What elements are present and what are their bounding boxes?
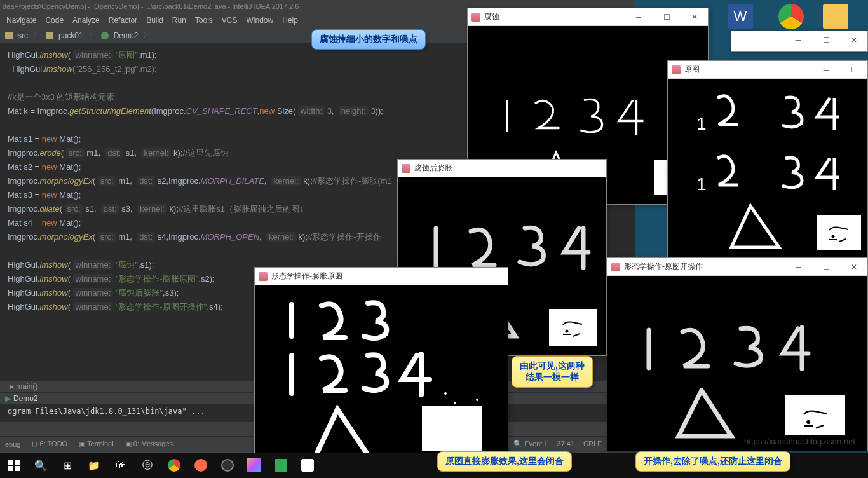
intellij-icon[interactable] — [245, 456, 263, 474]
menu-window[interactable]: Window — [243, 15, 278, 26]
start-icon[interactable] — [5, 456, 23, 474]
java-icon — [259, 272, 268, 281]
edge-icon[interactable]: ⓔ — [139, 456, 156, 474]
status-eventlog[interactable]: 🔍 Event L — [513, 440, 548, 448]
window-dilate-original[interactable]: 形态学操作-膨胀原图 — [254, 267, 508, 467]
menu-run[interactable]: Run — [168, 15, 190, 26]
minimize-icon[interactable]: ─ — [789, 263, 808, 271]
status-debug[interactable]: ebug — [5, 440, 20, 448]
close-icon[interactable]: ✕ — [685, 13, 704, 22]
menu-code[interactable]: Code — [41, 15, 67, 26]
folder-icon — [5, 32, 13, 39]
minimize-icon[interactable]: ─ — [789, 36, 808, 44]
status-messages[interactable]: ▣ 0: Messages — [125, 440, 173, 448]
java-app-icon[interactable] — [299, 456, 316, 474]
window-title: 腐蚀后膨胀 — [414, 163, 452, 174]
store-icon[interactable]: 🛍 — [112, 456, 130, 474]
minimize-icon[interactable]: ─ — [629, 13, 648, 22]
close-icon[interactable]: ✕ — [844, 263, 864, 271]
svg-point-7 — [454, 402, 456, 404]
status-terminal[interactable]: ▣ Terminal — [79, 440, 113, 448]
menu-tools[interactable]: Tools — [191, 15, 217, 26]
callout-dilate-close: 原图直接膨胀效果,这里会闭合 — [437, 451, 572, 472]
svg-point-6 — [444, 392, 447, 395]
svg-rect-16 — [8, 466, 13, 471]
java-icon — [672, 65, 681, 74]
callout-open-noise: 开操作,去除了噪点,还防止这里闭合 — [635, 451, 790, 472]
status-todo[interactable]: ⊟ 6: TODO — [32, 440, 67, 448]
breadcrumb-src[interactable]: src — [18, 31, 28, 40]
java-icon — [471, 13, 480, 22]
close-icon[interactable]: ✕ — [844, 36, 864, 44]
breadcrumb-cls[interactable]: Demo2 — [114, 31, 139, 40]
watermark: https://xiaoshuai.blog.csdn.net — [744, 437, 855, 446]
svg-point-10 — [476, 399, 478, 401]
taskbar-app-icon[interactable] — [219, 456, 236, 474]
java-icon — [402, 164, 410, 173]
window-original[interactable]: 原图 ─☐ 1 1 — [667, 60, 868, 257]
search-icon[interactable]: 🔍 — [32, 456, 50, 474]
java-icon — [611, 263, 620, 271]
breadcrumb-pkg[interactable]: pack01 — [58, 31, 83, 40]
menu-build[interactable]: Build — [142, 15, 167, 26]
status-pos: 37:41 — [557, 440, 575, 448]
svg-text:1: 1 — [696, 114, 707, 133]
window-blank[interactable]: ─☐✕ — [731, 31, 868, 52]
menu-analyze[interactable]: Analyze — [69, 15, 104, 26]
status-crlf[interactable]: CRLF — [583, 440, 602, 448]
window-title: 原图 — [684, 64, 700, 75]
taskview-icon[interactable]: ⊞ — [58, 456, 76, 474]
menu-help[interactable]: Help — [278, 15, 302, 26]
window-open-operation[interactable]: 形态学操作-原图开操作 ─☐✕ — [607, 257, 868, 451]
svg-rect-17 — [15, 466, 20, 471]
maximize-icon[interactable]: ☐ — [817, 36, 836, 44]
window-title: 形态学操作-原图开操作 — [624, 261, 703, 272]
taskbar-app-icon[interactable] — [192, 456, 210, 474]
chrome-icon[interactable] — [165, 456, 183, 474]
window-title: 形态学操作-膨胀原图 — [271, 271, 342, 282]
menu-navigate[interactable]: Navigate — [3, 15, 40, 26]
explorer-icon[interactable]: 📁 — [85, 456, 103, 474]
callout-erode: 腐蚀掉细小的数字和噪点 — [311, 29, 426, 50]
minimize-icon[interactable]: ─ — [817, 65, 836, 74]
class-icon — [101, 32, 109, 39]
desktop-chrome-icon[interactable] — [775, 4, 807, 31]
desktop-word-icon[interactable]: W — [724, 4, 756, 31]
maximize-icon[interactable]: ☐ — [817, 263, 836, 271]
menu-vcs[interactable]: VCS — [218, 15, 241, 26]
callout-same: 由此可见,这两种 结果一模一样 — [512, 356, 593, 388]
maximize-icon[interactable]: ☐ — [657, 13, 676, 22]
svg-rect-14 — [8, 460, 13, 465]
window-title: 腐蚀 — [484, 11, 499, 22]
svg-text:1: 1 — [696, 174, 707, 194]
svg-rect-15 — [15, 460, 20, 465]
folder-icon — [46, 32, 53, 39]
menu-refactor[interactable]: Refactor — [105, 15, 141, 26]
maximize-icon[interactable]: ☐ — [844, 65, 864, 74]
app-icon[interactable] — [272, 456, 290, 474]
